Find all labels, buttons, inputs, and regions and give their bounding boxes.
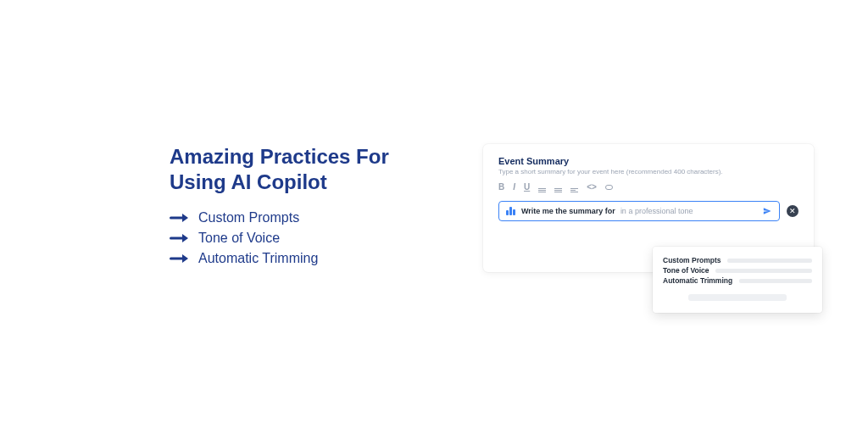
- suggestion-popover: Custom Prompts Tone of Voice Automatic T…: [653, 247, 822, 313]
- link-icon: [605, 185, 613, 190]
- bold-button[interactable]: B: [498, 183, 504, 192]
- prompt-text: Write me the summary for: [521, 207, 615, 215]
- ai-icon: [506, 207, 516, 215]
- marketing-copy: Amazing Practices For Using AI Copilot C…: [170, 144, 424, 266]
- suggestion-item[interactable]: Automatic Trimming: [663, 275, 812, 286]
- send-button[interactable]: [762, 206, 772, 216]
- send-icon: [763, 207, 771, 215]
- arrow-right-icon: [170, 232, 188, 244]
- underline-button[interactable]: U: [524, 183, 530, 192]
- close-icon: ✕: [789, 208, 796, 215]
- editor-preview: Event Summary Type a short summary for y…: [483, 144, 814, 272]
- headline: Amazing Practices For Using AI Copilot: [170, 144, 424, 195]
- suggestion-label: Automatic Trimming: [663, 276, 732, 285]
- code-button[interactable]: <>: [587, 183, 597, 192]
- placeholder-bar: [739, 279, 812, 283]
- ai-prompt-input[interactable]: Write me the summary for in a profession…: [498, 201, 780, 221]
- bullet-list-button[interactable]: [538, 182, 546, 192]
- suggestion-label: Tone of Voice: [663, 266, 709, 275]
- align-icon: [570, 188, 578, 192]
- suggestion-item[interactable]: Custom Prompts: [663, 255, 812, 265]
- section-title: Event Summary: [498, 156, 798, 166]
- feature-label: Tone of Voice: [198, 231, 280, 246]
- suggestion-label: Custom Prompts: [663, 256, 721, 264]
- list-icon: [554, 188, 562, 192]
- feature-item: Tone of Voice: [170, 231, 424, 246]
- arrow-right-icon: [170, 253, 188, 264]
- close-button[interactable]: ✕: [787, 205, 798, 217]
- list-icon: [538, 188, 546, 192]
- feature-label: Automatic Trimming: [198, 251, 318, 266]
- feature-label: Custom Prompts: [198, 210, 299, 225]
- prompt-hint: in a professional tone: [620, 207, 693, 215]
- placeholder-bar: [727, 259, 812, 263]
- feature-list: Custom Prompts Tone of Voice Automatic T…: [170, 210, 424, 266]
- italic-button[interactable]: I: [513, 183, 515, 192]
- format-toolbar: B I U <>: [498, 182, 798, 192]
- arrow-right-icon: [170, 212, 188, 224]
- section-subtitle: Type a short summary for your event here…: [498, 168, 798, 175]
- feature-item: Automatic Trimming: [170, 251, 424, 266]
- link-button[interactable]: [605, 183, 613, 192]
- editor-card: Event Summary Type a short summary for y…: [483, 144, 814, 272]
- feature-item: Custom Prompts: [170, 210, 424, 225]
- placeholder-bar: [688, 294, 787, 301]
- suggestion-item[interactable]: Tone of Voice: [663, 265, 812, 275]
- numbered-list-button[interactable]: [554, 182, 562, 192]
- align-button[interactable]: [570, 182, 578, 192]
- placeholder-bar: [715, 269, 812, 273]
